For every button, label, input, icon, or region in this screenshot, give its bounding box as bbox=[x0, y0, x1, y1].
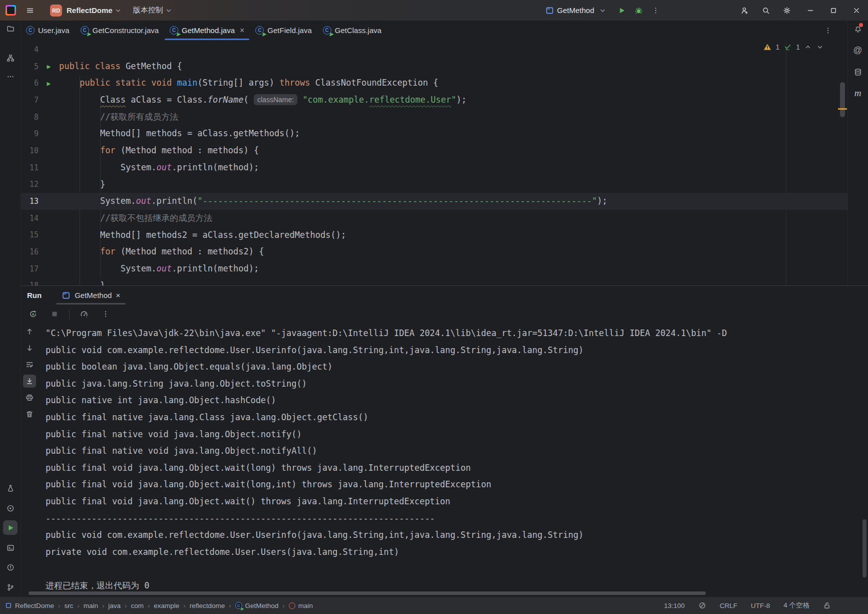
line-number: 8 bbox=[21, 113, 39, 122]
notification-dot bbox=[859, 23, 863, 27]
project-badge[interactable]: RD bbox=[50, 5, 62, 17]
warning-stripe-mark[interactable] bbox=[838, 108, 847, 110]
breadcrumb-item-src[interactable]: src bbox=[64, 602, 73, 609]
debug-button[interactable] bbox=[632, 4, 646, 18]
breadcrumb-item-reflectdome[interactable]: reflectdome bbox=[190, 602, 225, 609]
problems-tool-icon[interactable] bbox=[3, 560, 18, 574]
code-text: for (Method method : methods2) { bbox=[59, 243, 264, 260]
run-overlay-icon: ▶ bbox=[330, 32, 333, 37]
minimize-button[interactable] bbox=[799, 0, 822, 21]
flask-tool-icon[interactable] bbox=[3, 481, 18, 495]
settings-button[interactable] bbox=[780, 4, 794, 18]
line-ending[interactable]: CRLF bbox=[720, 602, 737, 609]
project-name[interactable]: ReflectDome bbox=[67, 6, 113, 15]
vcs-menu[interactable]: 版本控制 bbox=[133, 6, 163, 15]
breadcrumb-item-GetMethod[interactable]: C▶GetMethod bbox=[235, 602, 279, 609]
search-button[interactable] bbox=[759, 4, 773, 18]
close-tab-icon[interactable]: × bbox=[240, 27, 244, 35]
token: " bbox=[451, 95, 456, 105]
services-tool-icon[interactable] bbox=[3, 501, 18, 515]
breadcrumb-item-main[interactable]: main bbox=[84, 602, 98, 609]
chevron-down-icon[interactable] bbox=[165, 7, 173, 15]
close-button[interactable] bbox=[845, 0, 868, 21]
editor-scrollbar-thumb[interactable] bbox=[840, 82, 845, 117]
class-icon: C▶ bbox=[170, 26, 178, 35]
database-icon[interactable] bbox=[850, 65, 865, 79]
editor-line-4: 4 bbox=[21, 41, 848, 58]
code-text: Method[] methods = aClass.getMethods(); bbox=[59, 125, 300, 142]
stop-icon[interactable] bbox=[48, 307, 62, 321]
run-config-widget[interactable]: GetMethod bbox=[545, 6, 607, 15]
maven-icon[interactable]: m bbox=[850, 86, 865, 100]
breadcrumb-label: main bbox=[84, 602, 98, 609]
run-config-app-icon bbox=[545, 6, 554, 15]
editor-line-14: 14 //获取不包括继承的成员方法 bbox=[21, 210, 848, 227]
editor-line-10: 10 for (Method method : methods) { bbox=[21, 142, 848, 159]
soft-wrap-icon[interactable] bbox=[23, 358, 36, 371]
run-tab[interactable]: GetMethod × bbox=[56, 286, 126, 304]
breadcrumb-item-main[interactable]: main bbox=[289, 602, 313, 609]
tab-label: GetConstructor.java bbox=[93, 26, 159, 35]
arrow-down-icon[interactable] bbox=[23, 342, 36, 355]
breadcrumb-item-java[interactable]: java bbox=[108, 602, 121, 609]
run-gutter-icon[interactable]: ▶ bbox=[39, 63, 59, 70]
breadcrumb-item-com[interactable]: com bbox=[131, 602, 144, 609]
inspections-widget[interactable]: 1 1 bbox=[763, 43, 824, 51]
breadcrumb-item-ReflectDome[interactable]: ReflectDome bbox=[5, 602, 54, 609]
tab-User.java[interactable]: CUser.java bbox=[21, 21, 75, 40]
console-hscrollbar-thumb[interactable] bbox=[29, 591, 706, 595]
caret-position[interactable]: 13:100 bbox=[664, 602, 684, 609]
tab-GetMethod.java[interactable]: C▶GetMethod.java× bbox=[164, 21, 250, 40]
next-issue-chevron-icon[interactable] bbox=[816, 43, 824, 51]
run-tool-icon[interactable] bbox=[3, 520, 18, 535]
chevron-down-icon[interactable] bbox=[114, 7, 122, 15]
ai-assistant-icon[interactable]: @ bbox=[850, 43, 865, 58]
tab-GetClass.java[interactable]: C▶GetClass.java bbox=[317, 21, 387, 40]
editor-line-5: 5▶public class GetMethod { bbox=[21, 58, 848, 75]
editor-line-16: 16 for (Method method : methods2) { bbox=[21, 243, 848, 260]
token: out bbox=[136, 196, 152, 206]
breadcrumb-item-example[interactable]: example bbox=[154, 602, 179, 609]
code-text: System.out.println("--------------------… bbox=[59, 193, 607, 210]
run-config-name[interactable]: GetMethod bbox=[557, 6, 594, 15]
gauge-icon[interactable] bbox=[77, 307, 91, 321]
editor-line-8: 8 //获取所有成员方法 bbox=[21, 109, 848, 126]
chevron-down-icon[interactable] bbox=[599, 7, 607, 15]
lock-open-icon[interactable] bbox=[823, 601, 831, 609]
indent-setting[interactable]: 4 个空格 bbox=[783, 601, 809, 610]
kebab-menu-icon[interactable] bbox=[99, 307, 113, 321]
encoding[interactable]: UTF-8 bbox=[751, 602, 770, 609]
trash-icon[interactable] bbox=[23, 408, 36, 421]
tab-GetConstructor.java[interactable]: C▶GetConstructor.java bbox=[75, 21, 165, 40]
console-vscrollbar-thumb[interactable] bbox=[862, 519, 866, 577]
folder-icon[interactable] bbox=[3, 21, 18, 36]
terminal-tool-icon[interactable] bbox=[3, 540, 18, 555]
highlight-off-icon[interactable] bbox=[698, 601, 706, 609]
structure-icon[interactable] bbox=[3, 51, 18, 65]
run-panel-title[interactable]: Run bbox=[21, 291, 56, 299]
tab-GetField.java[interactable]: C▶GetField.java bbox=[250, 21, 317, 40]
more-horizontal-icon[interactable] bbox=[3, 69, 18, 84]
add-user-button[interactable] bbox=[738, 4, 752, 18]
code-text: } bbox=[59, 277, 105, 285]
tab-options-kebab-icon[interactable] bbox=[821, 24, 835, 38]
maximize-button[interactable] bbox=[822, 0, 845, 21]
close-run-tab-icon[interactable]: × bbox=[116, 291, 120, 299]
notifications-icon[interactable] bbox=[850, 22, 865, 36]
code-editor[interactable]: 1 1 45▶public class GetMethod {6▶ public… bbox=[21, 40, 848, 285]
printer-icon[interactable] bbox=[23, 391, 36, 404]
status-right: 13:100 CRLF UTF-8 4 个空格 bbox=[664, 601, 831, 610]
scroll-to-end-icon[interactable] bbox=[23, 375, 36, 388]
token: } bbox=[100, 280, 105, 285]
prev-issue-chevron-icon[interactable] bbox=[804, 43, 812, 51]
code-text: public static void main(String[] args) t… bbox=[59, 75, 438, 92]
run-gutter-icon[interactable]: ▶ bbox=[39, 80, 59, 87]
token: Method[] methods = aClass.getMethods(); bbox=[100, 128, 300, 138]
hamburger-menu-icon[interactable] bbox=[23, 4, 37, 18]
run-button[interactable] bbox=[615, 4, 629, 18]
rerun-icon[interactable] bbox=[26, 307, 40, 321]
git-branch-tool-icon[interactable] bbox=[3, 580, 18, 594]
arrow-up-icon[interactable] bbox=[23, 325, 36, 338]
console-output[interactable]: "C:\Program Files\Java\jdk-22\bin\java.e… bbox=[39, 324, 868, 597]
more-actions-button[interactable] bbox=[649, 4, 663, 18]
